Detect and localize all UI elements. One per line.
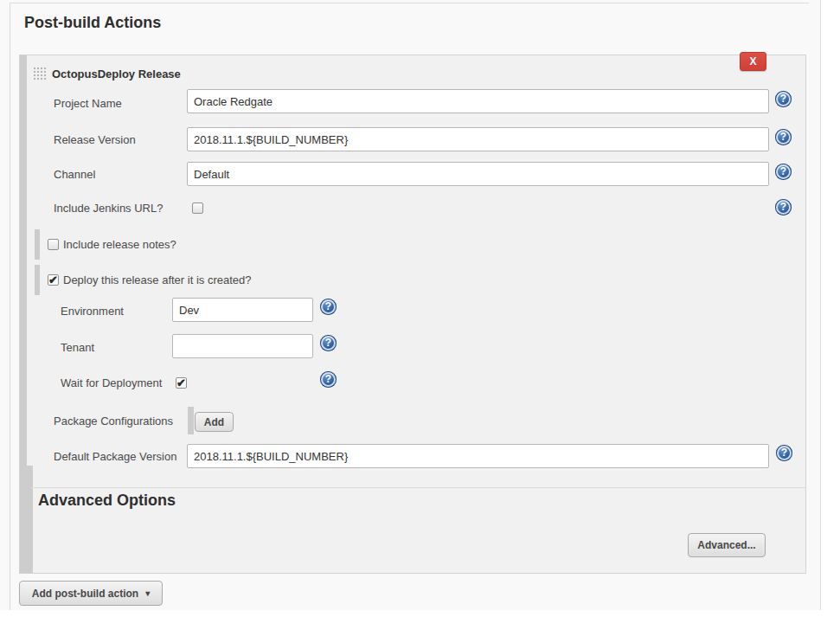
wait-for-deployment-label: Wait for Deployment (61, 376, 162, 389)
include-jenkins-url-checkbox[interactable] (192, 202, 203, 214)
caret-down-icon: ▾ (145, 589, 150, 598)
release-version-label: Release Version (54, 133, 136, 146)
help-icon[interactable]: ? (775, 129, 792, 145)
help-icon[interactable]: ? (320, 371, 337, 388)
add-package-button[interactable]: Add (195, 412, 234, 432)
include-jenkins-url-label: Include Jenkins URL? (54, 202, 163, 215)
action-title: OctopusDeploy Release (52, 68, 181, 80)
project-name-label: Project Name (54, 97, 122, 110)
jenkins-config-page: Post-build Actions OctopusDeploy Release… (0, 0, 840, 630)
environment-input[interactable] (172, 298, 313, 322)
help-icon[interactable]: ? (775, 91, 792, 107)
package-configurations-label: Package Configurations (54, 415, 173, 428)
default-package-version-input[interactable] (187, 444, 769, 468)
optional-block-bar (35, 265, 40, 295)
right-border (820, 0, 821, 610)
deploy-release-checkbox[interactable]: ✔ (48, 274, 59, 286)
drag-dots-icon[interactable] (33, 67, 46, 81)
include-release-notes-label: Include release notes? (63, 238, 176, 251)
page-title: Post-build Actions (24, 14, 161, 32)
left-border (10, 3, 10, 610)
include-release-notes-checkbox[interactable] (48, 239, 59, 250)
wait-for-deployment-checkbox[interactable]: ✔ (176, 377, 187, 389)
channel-label: Channel (54, 168, 95, 181)
section-divider (31, 487, 805, 488)
help-icon[interactable]: ? (775, 199, 792, 215)
drag-handle-strip-lower (27, 466, 33, 573)
top-border (10, 3, 809, 3)
optional-block-bar (35, 229, 40, 260)
post-build-action-panel: OctopusDeploy Release X Project Name ? R… (19, 55, 806, 574)
add-post-build-action-button[interactable]: Add post-build action ▾ (19, 581, 163, 606)
help-icon[interactable]: ? (776, 445, 792, 461)
help-icon[interactable]: ? (775, 164, 792, 180)
release-version-input[interactable] (187, 127, 769, 151)
environment-label: Environment (61, 305, 124, 318)
project-name-input[interactable] (187, 89, 769, 113)
drag-handle-strip[interactable] (20, 55, 27, 573)
delete-action-button[interactable]: X (740, 52, 766, 71)
help-icon[interactable]: ? (320, 335, 337, 351)
tenant-input[interactable] (172, 334, 313, 358)
channel-input[interactable] (187, 162, 769, 186)
deploy-release-label: Deploy this release after it is created? (63, 273, 252, 286)
advanced-button[interactable]: Advanced... (688, 533, 766, 557)
help-icon[interactable]: ? (320, 299, 337, 315)
tenant-label: Tenant (61, 341, 94, 354)
advanced-options-heading: Advanced Options (38, 492, 176, 510)
default-package-version-label: Default Package Version (54, 450, 176, 463)
repeatable-section-bar (188, 407, 194, 434)
add-post-build-action-label: Add post-build action (32, 588, 138, 600)
